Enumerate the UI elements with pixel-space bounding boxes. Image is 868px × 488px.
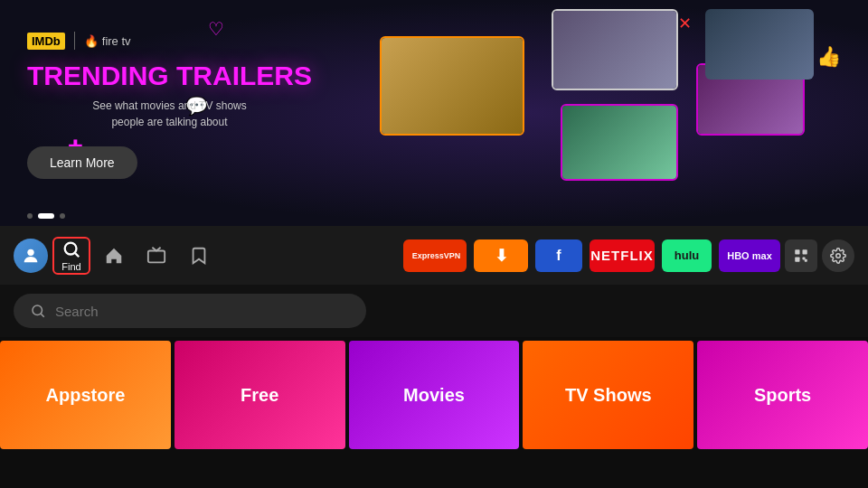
settings-button[interactable]: [822, 239, 854, 272]
find-label: Find: [61, 261, 80, 272]
svg-point-9: [836, 253, 841, 258]
firetv-logo: 🔥 fire tv: [84, 34, 131, 48]
carousel-dots: [27, 213, 65, 219]
movies-tile[interactable]: Movies: [349, 341, 520, 449]
all-apps-button[interactable]: [785, 239, 817, 272]
movie-thumb-5: [705, 9, 814, 80]
hero-left-content: IMDb 🔥 fire tv TRENDING TRAILERS See wha…: [27, 32, 312, 179]
svg-line-11: [41, 314, 43, 316]
movie-thumb-2: [552, 9, 678, 90]
hero-banner: IMDb 🔥 fire tv TRENDING TRAILERS See wha…: [0, 0, 868, 226]
svg-rect-8: [805, 258, 807, 261]
movie-thumb-1: [380, 36, 524, 136]
svg-rect-5: [803, 249, 807, 254]
search-input[interactable]: [55, 304, 350, 319]
svg-line-2: [75, 253, 79, 257]
appstore-tile[interactable]: Appstore: [0, 341, 171, 449]
dot-3[interactable]: [60, 213, 65, 219]
tvshows-tile[interactable]: TV Shows: [523, 341, 693, 449]
hero-images: [307, 0, 868, 226]
live-nav-item[interactable]: [137, 237, 175, 275]
home-nav-item[interactable]: [95, 237, 133, 275]
search-row: [0, 285, 868, 337]
svg-rect-4: [795, 249, 799, 254]
logo-divider: [74, 32, 75, 50]
svg-point-10: [33, 305, 42, 315]
hero-title: TRENDING TRAILERS: [27, 61, 312, 90]
flame-icon: 🔥: [84, 34, 99, 48]
search-container[interactable]: [14, 294, 366, 328]
navigation-bar: Find ExpressVPN ⬇ f NETFLIX hulu H: [0, 226, 868, 285]
expressvpn-app[interactable]: ExpressVPN: [403, 239, 467, 272]
svg-point-0: [27, 249, 33, 255]
logo-bar: IMDb 🔥 fire tv: [27, 32, 312, 50]
search-icon: [30, 303, 46, 319]
imdb-logo: IMDb: [27, 33, 65, 50]
app-shortcuts: ExpressVPN ⬇ f NETFLIX hulu HBO max: [403, 239, 780, 272]
free-tile[interactable]: Free: [175, 341, 345, 449]
dot-1[interactable]: [27, 213, 33, 219]
category-tiles: Appstore Free Movies TV Shows Sports: [0, 341, 868, 449]
wishlist-nav-item[interactable]: [180, 237, 218, 275]
hbomax-app[interactable]: HBO max: [719, 239, 780, 272]
netflix-app[interactable]: NETFLIX: [590, 239, 655, 272]
hero-subtitle: See what movies and TV shows people are …: [27, 98, 312, 130]
learn-more-button[interactable]: Learn More: [27, 146, 137, 179]
filelinked-app[interactable]: f: [535, 239, 582, 272]
downloader-app[interactable]: ⬇: [474, 239, 528, 272]
movie-thumb-3: [561, 104, 678, 181]
user-avatar[interactable]: [14, 239, 48, 273]
svg-point-1: [65, 242, 77, 254]
svg-rect-6: [795, 257, 799, 261]
find-nav-item[interactable]: Find: [52, 237, 90, 275]
sports-tile[interactable]: Sports: [697, 341, 868, 449]
dot-2[interactable]: [38, 213, 54, 219]
hulu-app[interactable]: hulu: [662, 239, 712, 272]
svg-rect-3: [148, 250, 165, 262]
